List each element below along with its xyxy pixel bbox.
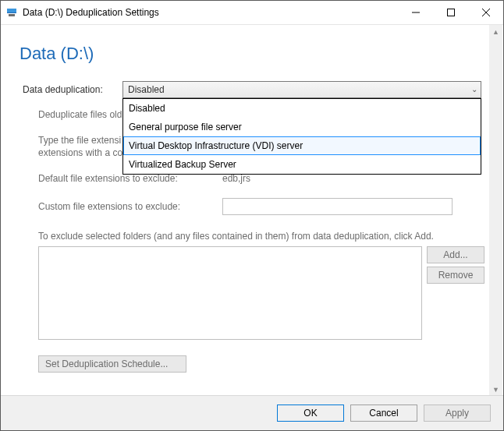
apply-button[interactable]: Apply (424, 405, 491, 422)
dedup-label: Data deduplication: (23, 84, 122, 95)
dedup-option-general[interactable]: General purpose file server (123, 118, 481, 136)
add-button[interactable]: Add... (427, 246, 484, 263)
custom-ext-input[interactable] (222, 198, 453, 215)
default-ext-row: Default file extensions to exclude: edb,… (38, 173, 484, 184)
dedup-combobox[interactable]: Disabled ⌄ Disabled General purpose file… (122, 81, 481, 98)
set-schedule-button[interactable]: Set Deduplication Schedule... (38, 355, 186, 373)
folder-side-buttons: Add... Remove (427, 246, 484, 340)
server-manager-icon (5, 6, 18, 19)
maximize-button[interactable] (433, 1, 468, 24)
exclude-folders-list[interactable] (38, 246, 422, 340)
default-ext-label: Default file extensions to exclude: (38, 173, 222, 184)
window-title: Data (D:\) Deduplication Settings (23, 7, 159, 18)
dedup-selected-value: Disabled (128, 84, 165, 95)
default-ext-value: edb,jrs (222, 173, 250, 184)
custom-ext-label: Custom file extensions to exclude: (38, 201, 222, 212)
ok-button[interactable]: OK (277, 405, 344, 422)
dedup-combobox-list: Disabled General purpose file server Vir… (122, 98, 481, 175)
dedup-option-backup[interactable]: Virtualized Backup Server (123, 155, 481, 174)
chevron-down-icon: ⌄ (471, 82, 477, 97)
dedup-option-disabled[interactable]: Disabled (123, 99, 481, 118)
minimize-button[interactable] (398, 1, 433, 24)
content-area: Data (D:\) Data deduplication: Disabled … (1, 25, 503, 396)
dedup-option-vdi[interactable]: Virtual Desktop Infrastructure (VDI) ser… (123, 136, 481, 155)
svg-rect-4 (447, 9, 454, 16)
dedup-combobox-display[interactable]: Disabled ⌄ (122, 81, 481, 98)
close-button[interactable] (468, 1, 503, 24)
exclude-folders-text: To exclude selected folders (and any fil… (38, 231, 484, 242)
svg-rect-1 (7, 12, 16, 13)
svg-rect-2 (9, 14, 15, 16)
cancel-button[interactable]: Cancel (350, 405, 417, 422)
custom-ext-row: Custom file extensions to exclude: (38, 198, 484, 215)
page-title: Data (D:\) (20, 44, 484, 64)
dedup-row: Data deduplication: Disabled ⌄ Disabled … (23, 81, 484, 98)
remove-button[interactable]: Remove (427, 267, 484, 284)
window-root: Data (D:\) Deduplication Settings ▲ ▼ Da… (0, 0, 504, 431)
window-controls (398, 1, 503, 24)
dialog-footer: OK Cancel Apply (1, 395, 503, 430)
titlebar: Data (D:\) Deduplication Settings (1, 1, 503, 25)
